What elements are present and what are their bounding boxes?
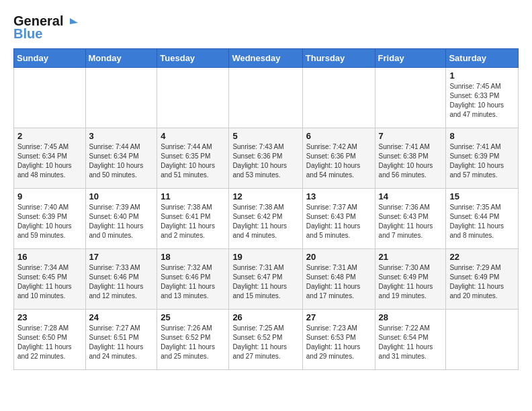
- day-info: Sunrise: 7:35 AM Sunset: 6:44 PM Dayligh…: [449, 203, 515, 240]
- weekday-header-friday: Friday: [375, 49, 446, 68]
- day-number: 7: [379, 131, 443, 141]
- day-info: Sunrise: 7:22 AM Sunset: 6:54 PM Dayligh…: [379, 324, 443, 361]
- day-number: 10: [89, 191, 154, 201]
- day-info: Sunrise: 7:38 AM Sunset: 6:41 PM Dayligh…: [161, 203, 225, 240]
- day-number: 16: [17, 252, 82, 262]
- day-cell: 20Sunrise: 7:31 AM Sunset: 6:48 PM Dayli…: [302, 249, 375, 310]
- day-number: 25: [161, 312, 225, 322]
- day-cell: 6Sunrise: 7:42 AM Sunset: 6:36 PM Daylig…: [302, 128, 375, 189]
- day-cell: 25Sunrise: 7:26 AM Sunset: 6:52 PM Dayli…: [157, 310, 229, 370]
- day-cell: 7Sunrise: 7:41 AM Sunset: 6:38 PM Daylig…: [375, 128, 446, 189]
- header: General Blue: [13, 13, 519, 42]
- day-cell: 21Sunrise: 7:30 AM Sunset: 6:49 PM Dayli…: [375, 249, 446, 310]
- day-number: 28: [379, 312, 443, 322]
- day-info: Sunrise: 7:44 AM Sunset: 6:35 PM Dayligh…: [161, 142, 225, 180]
- day-number: 9: [17, 191, 82, 201]
- day-number: 15: [449, 191, 515, 201]
- day-info: Sunrise: 7:43 AM Sunset: 6:36 PM Dayligh…: [232, 142, 298, 180]
- day-cell: 28Sunrise: 7:22 AM Sunset: 6:54 PM Dayli…: [375, 310, 446, 370]
- day-number: 24: [89, 312, 154, 322]
- day-info: Sunrise: 7:44 AM Sunset: 6:34 PM Dayligh…: [89, 142, 154, 180]
- day-cell: 22Sunrise: 7:29 AM Sunset: 6:49 PM Dayli…: [446, 249, 519, 310]
- week-row-3: 16Sunrise: 7:34 AM Sunset: 6:45 PM Dayli…: [14, 249, 519, 310]
- day-info: Sunrise: 7:30 AM Sunset: 6:49 PM Dayligh…: [379, 263, 443, 301]
- weekday-header-tuesday: Tuesday: [157, 49, 229, 68]
- day-number: 11: [161, 191, 225, 201]
- weekday-header-sunday: Sunday: [14, 49, 86, 68]
- day-cell: [14, 68, 86, 128]
- logo: General Blue: [13, 13, 78, 42]
- day-cell: 18Sunrise: 7:32 AM Sunset: 6:46 PM Dayli…: [157, 249, 229, 310]
- day-cell: 4Sunrise: 7:44 AM Sunset: 6:35 PM Daylig…: [157, 128, 229, 189]
- day-info: Sunrise: 7:34 AM Sunset: 6:45 PM Dayligh…: [17, 263, 82, 301]
- day-cell: [229, 68, 302, 128]
- day-number: 20: [306, 252, 371, 262]
- day-info: Sunrise: 7:36 AM Sunset: 6:43 PM Dayligh…: [379, 203, 443, 240]
- day-number: 21: [379, 252, 443, 262]
- day-number: 26: [232, 312, 298, 322]
- calendar-table: SundayMondayTuesdayWednesdayThursdayFrid…: [13, 48, 519, 370]
- day-number: 6: [306, 131, 371, 141]
- day-number: 14: [379, 191, 443, 201]
- day-cell: 1Sunrise: 7:45 AM Sunset: 6:33 PM Daylig…: [446, 68, 519, 128]
- weekday-header-saturday: Saturday: [446, 49, 519, 68]
- day-info: Sunrise: 7:45 AM Sunset: 6:33 PM Dayligh…: [449, 82, 515, 120]
- day-cell: 14Sunrise: 7:36 AM Sunset: 6:43 PM Dayli…: [375, 189, 446, 249]
- day-number: 19: [232, 252, 298, 262]
- day-info: Sunrise: 7:28 AM Sunset: 6:50 PM Dayligh…: [17, 324, 82, 361]
- day-number: 12: [232, 191, 298, 201]
- day-info: Sunrise: 7:25 AM Sunset: 6:52 PM Dayligh…: [232, 324, 298, 361]
- day-number: 4: [161, 131, 225, 141]
- day-cell: 23Sunrise: 7:28 AM Sunset: 6:50 PM Dayli…: [14, 310, 86, 370]
- day-number: 27: [306, 312, 371, 322]
- logo-bird-icon: [64, 15, 78, 28]
- day-number: 13: [306, 191, 371, 201]
- day-number: 17: [89, 252, 154, 262]
- day-info: Sunrise: 7:42 AM Sunset: 6:36 PM Dayligh…: [306, 142, 371, 180]
- day-info: Sunrise: 7:33 AM Sunset: 6:46 PM Dayligh…: [89, 263, 154, 301]
- day-info: Sunrise: 7:39 AM Sunset: 6:40 PM Dayligh…: [89, 203, 154, 240]
- day-cell: 9Sunrise: 7:40 AM Sunset: 6:39 PM Daylig…: [14, 189, 86, 249]
- day-cell: 8Sunrise: 7:41 AM Sunset: 6:39 PM Daylig…: [446, 128, 519, 189]
- day-info: Sunrise: 7:32 AM Sunset: 6:46 PM Dayligh…: [161, 263, 225, 301]
- weekday-header-thursday: Thursday: [302, 49, 375, 68]
- logo-blue: Blue: [13, 26, 42, 42]
- day-number: 18: [161, 252, 225, 262]
- svg-marker-0: [70, 18, 78, 24]
- day-number: 8: [449, 131, 515, 141]
- day-info: Sunrise: 7:31 AM Sunset: 6:47 PM Dayligh…: [232, 263, 298, 301]
- day-info: Sunrise: 7:29 AM Sunset: 6:49 PM Dayligh…: [449, 263, 515, 301]
- day-cell: 16Sunrise: 7:34 AM Sunset: 6:45 PM Dayli…: [14, 249, 86, 310]
- week-row-4: 23Sunrise: 7:28 AM Sunset: 6:50 PM Dayli…: [14, 310, 519, 370]
- day-info: Sunrise: 7:41 AM Sunset: 6:38 PM Dayligh…: [379, 142, 443, 180]
- day-cell: 17Sunrise: 7:33 AM Sunset: 6:46 PM Dayli…: [85, 249, 157, 310]
- week-row-0: 1Sunrise: 7:45 AM Sunset: 6:33 PM Daylig…: [14, 68, 519, 128]
- day-cell: 3Sunrise: 7:44 AM Sunset: 6:34 PM Daylig…: [85, 128, 157, 189]
- day-cell: [302, 68, 375, 128]
- day-cell: 15Sunrise: 7:35 AM Sunset: 6:44 PM Dayli…: [446, 189, 519, 249]
- day-cell: [85, 68, 157, 128]
- day-cell: 27Sunrise: 7:23 AM Sunset: 6:53 PM Dayli…: [302, 310, 375, 370]
- day-cell: 10Sunrise: 7:39 AM Sunset: 6:40 PM Dayli…: [85, 189, 157, 249]
- day-cell: 11Sunrise: 7:38 AM Sunset: 6:41 PM Dayli…: [157, 189, 229, 249]
- day-number: 1: [449, 71, 515, 81]
- day-cell: [375, 68, 446, 128]
- day-cell: 24Sunrise: 7:27 AM Sunset: 6:51 PM Dayli…: [85, 310, 157, 370]
- day-info: Sunrise: 7:26 AM Sunset: 6:52 PM Dayligh…: [161, 324, 225, 361]
- day-cell: 5Sunrise: 7:43 AM Sunset: 6:36 PM Daylig…: [229, 128, 302, 189]
- day-info: Sunrise: 7:45 AM Sunset: 6:34 PM Dayligh…: [17, 142, 82, 180]
- week-row-1: 2Sunrise: 7:45 AM Sunset: 6:34 PM Daylig…: [14, 128, 519, 189]
- day-cell: [157, 68, 229, 128]
- day-info: Sunrise: 7:31 AM Sunset: 6:48 PM Dayligh…: [306, 263, 371, 301]
- day-info: Sunrise: 7:41 AM Sunset: 6:39 PM Dayligh…: [449, 142, 515, 180]
- day-info: Sunrise: 7:40 AM Sunset: 6:39 PM Dayligh…: [17, 203, 82, 240]
- day-cell: 26Sunrise: 7:25 AM Sunset: 6:52 PM Dayli…: [229, 310, 302, 370]
- weekday-header-monday: Monday: [85, 49, 157, 68]
- day-info: Sunrise: 7:37 AM Sunset: 6:43 PM Dayligh…: [306, 203, 371, 240]
- day-number: 23: [17, 312, 82, 322]
- day-number: 22: [449, 252, 515, 262]
- week-row-2: 9Sunrise: 7:40 AM Sunset: 6:39 PM Daylig…: [14, 189, 519, 249]
- weekday-header-wednesday: Wednesday: [229, 49, 302, 68]
- day-cell: 2Sunrise: 7:45 AM Sunset: 6:34 PM Daylig…: [14, 128, 86, 189]
- day-info: Sunrise: 7:27 AM Sunset: 6:51 PM Dayligh…: [89, 324, 154, 361]
